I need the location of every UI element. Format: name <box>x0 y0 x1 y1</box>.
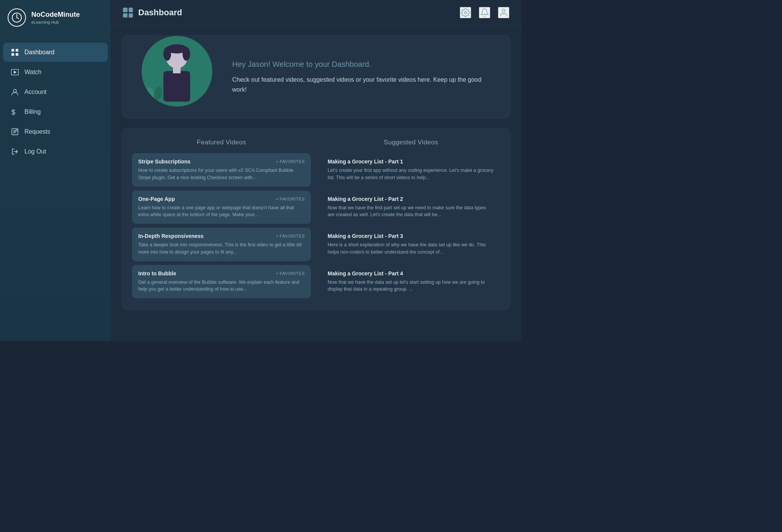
suggested-videos-column: Suggested Videos Making a Grocery List -… <box>322 139 500 298</box>
featured-video-card-3[interactable]: Intro to Bubble + FAVORITES Get a genera… <box>132 265 311 299</box>
svg-rect-26 <box>163 71 190 102</box>
featured-card-header-1: One-Page App + FAVORITES <box>138 196 305 202</box>
svg-point-24 <box>163 47 171 61</box>
sidebar-item-label-dashboard: Dashboard <box>24 49 54 56</box>
featured-videos-title: Featured Videos <box>132 139 311 146</box>
featured-card-desc-1: Learn how to create a one page app or we… <box>138 204 305 219</box>
welcome-greeting: Hey Jason! Welcome to your Dashboard. <box>232 59 488 70</box>
sidebar-item-requests[interactable]: ✓ Requests <box>3 122 108 141</box>
suggested-card-title-2: Making a Grocery List - Part 3 <box>328 233 494 239</box>
svg-rect-5 <box>11 53 14 56</box>
featured-card-header-0: Stripe Subscriptions + FAVORITES <box>138 158 305 165</box>
suggested-card-desc-2: Here is a short explanation of why we ha… <box>328 241 494 256</box>
billing-icon: $ <box>11 108 19 116</box>
svg-rect-4 <box>16 49 18 52</box>
featured-card-header-2: In-Depth Responsiveness + FAVORITES <box>138 233 305 239</box>
topbar: Dashboard <box>111 0 522 26</box>
sidebar-item-billing[interactable]: $ Billing <box>3 102 108 121</box>
featured-card-fav-3[interactable]: + FAVORITES <box>276 271 305 276</box>
dashboard-icon <box>11 48 19 57</box>
featured-card-title-0: Stripe Subscriptions <box>138 158 191 165</box>
sidebar-item-label-billing: Billing <box>24 108 41 115</box>
welcome-text: Hey Jason! Welcome to your Dashboard. Ch… <box>217 47 488 106</box>
sidebar-item-logout[interactable]: Log Out <box>3 142 108 161</box>
svg-text:✓: ✓ <box>16 129 18 131</box>
sidebar-nav: Dashboard Watch Account <box>0 43 111 161</box>
featured-card-desc-0: How to create subscriptions for your use… <box>138 167 305 181</box>
sidebar-item-label-logout: Log Out <box>24 148 46 155</box>
svg-rect-3 <box>11 49 14 52</box>
sidebar-item-dashboard[interactable]: Dashboard <box>3 43 108 62</box>
app-name: NoCodeMinute <box>31 11 80 19</box>
featured-card-fav-0[interactable]: + FAVORITES <box>276 159 305 164</box>
app-subtitle: eLearning Hub <box>31 20 80 24</box>
suggested-video-card-1[interactable]: Making a Grocery List - Part 2 Now that … <box>322 191 500 224</box>
featured-card-header-3: Intro to Bubble + FAVORITES <box>138 270 305 277</box>
suggested-card-desc-0: Let's create your first app without any … <box>328 167 494 181</box>
topbar-actions <box>460 7 509 18</box>
logo-area: NoCodeMinute eLearning Hub <box>0 0 111 35</box>
featured-card-title-1: One-Page App <box>138 196 175 202</box>
grid-icon <box>123 8 133 18</box>
welcome-banner: Hey Jason! Welcome to your Dashboard. Ch… <box>121 35 511 119</box>
avatar <box>142 36 212 107</box>
page-title: Dashboard <box>138 8 182 18</box>
suggested-card-desc-1: Now that we have the first part set up w… <box>328 204 494 219</box>
svg-point-17 <box>464 11 467 14</box>
logout-icon <box>11 147 19 156</box>
suggested-card-desc-3: Now that we have the data set up let's s… <box>328 279 494 293</box>
featured-card-fav-2[interactable]: + FAVORITES <box>276 234 305 238</box>
videos-section: Featured Videos Stripe Subscriptions + F… <box>121 128 511 310</box>
featured-video-card-2[interactable]: In-Depth Responsiveness + FAVORITES Take… <box>132 228 311 261</box>
featured-card-desc-3: Get a general overview of the Bubble sof… <box>138 279 305 293</box>
sidebar-item-watch[interactable]: Watch <box>3 63 108 82</box>
suggested-card-title-3: Making a Grocery List - Part 4 <box>328 270 494 277</box>
notifications-button[interactable] <box>479 7 490 18</box>
suggested-card-title-0: Making a Grocery List - Part 1 <box>328 158 494 165</box>
sidebar-item-label-requests: Requests <box>24 128 50 135</box>
logo-text: NoCodeMinute eLearning Hub <box>31 11 80 24</box>
settings-button[interactable] <box>460 7 471 18</box>
featured-card-title-3: Intro to Bubble <box>138 270 176 277</box>
svg-line-2 <box>17 18 19 19</box>
sidebar: NoCodeMinute eLearning Hub Dashboard <box>0 0 111 341</box>
watch-icon <box>11 68 19 76</box>
topbar-left: Dashboard <box>123 8 182 18</box>
svg-rect-6 <box>16 53 18 56</box>
featured-videos-column: Featured Videos Stripe Subscriptions + F… <box>132 139 311 298</box>
account-icon <box>11 88 19 96</box>
svg-point-9 <box>13 89 16 92</box>
suggested-video-cards: Making a Grocery List - Part 1 Let's cre… <box>322 153 500 298</box>
svg-marker-8 <box>14 71 17 74</box>
avatar-container <box>137 36 217 107</box>
profile-button[interactable] <box>498 7 509 18</box>
featured-card-title-2: In-Depth Responsiveness <box>138 233 204 239</box>
videos-grid: Featured Videos Stripe Subscriptions + F… <box>132 139 500 298</box>
svg-rect-27 <box>173 66 181 73</box>
sidebar-item-label-watch: Watch <box>24 69 42 76</box>
suggested-video-card-0[interactable]: Making a Grocery List - Part 1 Let's cre… <box>322 153 500 187</box>
sidebar-item-account[interactable]: Account <box>3 82 108 102</box>
requests-icon: ✓ <box>11 128 19 136</box>
main-content: Dashboard <box>111 0 522 341</box>
featured-card-fav-1[interactable]: + FAVORITES <box>276 197 305 201</box>
suggested-videos-title: Suggested Videos <box>322 139 500 146</box>
featured-video-cards: Stripe Subscriptions + FAVORITES How to … <box>132 153 311 298</box>
svg-point-25 <box>183 47 190 61</box>
suggested-card-title-1: Making a Grocery List - Part 2 <box>328 196 494 202</box>
welcome-description: Check out featured videos, suggested vid… <box>232 75 488 94</box>
featured-video-card-1[interactable]: One-Page App + FAVORITES Learn how to cr… <box>132 191 311 224</box>
logo-clock-icon <box>8 8 26 27</box>
featured-video-card-0[interactable]: Stripe Subscriptions + FAVORITES How to … <box>132 153 311 187</box>
suggested-video-card-3[interactable]: Making a Grocery List - Part 4 Now that … <box>322 265 500 299</box>
content-area: Hey Jason! Welcome to your Dashboard. Ch… <box>111 26 522 320</box>
featured-card-desc-2: Take a deeper look into responsiveness. … <box>138 241 305 256</box>
suggested-video-card-2[interactable]: Making a Grocery List - Part 3 Here is a… <box>322 228 500 261</box>
sidebar-item-label-account: Account <box>24 89 47 95</box>
svg-text:$: $ <box>11 108 15 116</box>
svg-point-18 <box>502 9 505 12</box>
